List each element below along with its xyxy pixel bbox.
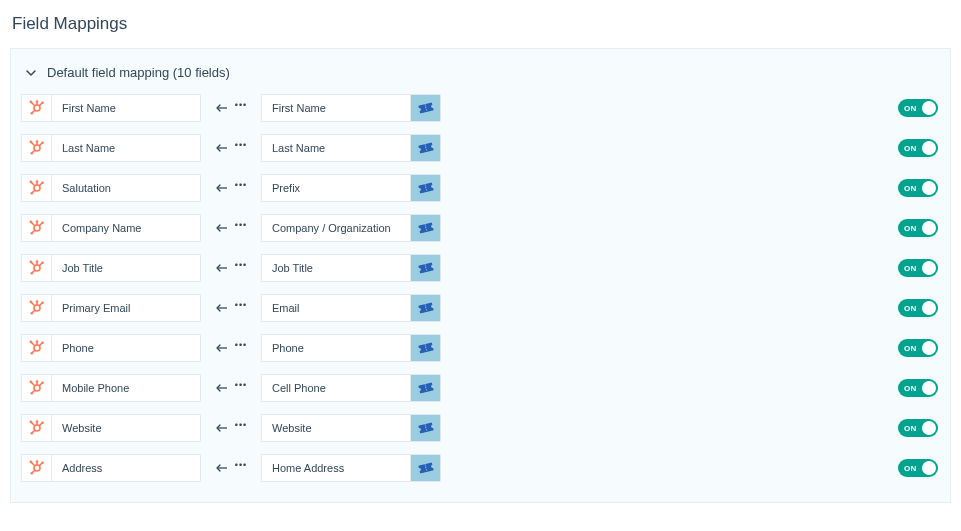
right-field-label: Job Title — [262, 262, 323, 274]
direction-arrow[interactable]: ••• — [201, 143, 261, 153]
arrow-left-icon — [215, 143, 229, 153]
right-field-label: Cell Phone — [262, 382, 336, 394]
direction-arrow[interactable]: ••• — [201, 223, 261, 233]
ticket-icon — [410, 95, 440, 121]
right-field-label: Last Name — [262, 142, 335, 154]
right-field-box[interactable]: Email — [261, 294, 441, 322]
left-field-label: Last Name — [52, 142, 125, 154]
chevron-down-icon — [25, 67, 37, 79]
right-field-box[interactable]: Company / Organization — [261, 214, 441, 242]
toggle-label: ON — [904, 264, 917, 273]
mapping-row: Mobile Phone•••Cell PhoneON — [21, 374, 940, 402]
enable-toggle[interactable]: ON — [898, 99, 938, 117]
arrow-dots-icon: ••• — [235, 340, 247, 350]
left-field-box[interactable]: Primary Email — [21, 294, 201, 322]
toggle-label: ON — [904, 424, 917, 433]
page-title: Field Mappings — [10, 10, 951, 48]
arrow-dots-icon: ••• — [235, 300, 247, 310]
arrow-left-icon — [215, 183, 229, 193]
toggle-cell: ON — [880, 259, 940, 277]
right-field-label: Home Address — [262, 462, 354, 474]
toggle-label: ON — [904, 344, 917, 353]
right-field-box[interactable]: Last Name — [261, 134, 441, 162]
enable-toggle[interactable]: ON — [898, 139, 938, 157]
left-field-box[interactable]: Mobile Phone — [21, 374, 201, 402]
enable-toggle[interactable]: ON — [898, 419, 938, 437]
ticket-icon — [410, 135, 440, 161]
mapping-row: Company Name•••Company / OrganizationON — [21, 214, 940, 242]
toggle-knob — [922, 261, 936, 275]
right-field-box[interactable]: Phone — [261, 334, 441, 362]
toggle-cell: ON — [880, 179, 940, 197]
toggle-label: ON — [904, 224, 917, 233]
right-field-box[interactable]: Home Address — [261, 454, 441, 482]
enable-toggle[interactable]: ON — [898, 259, 938, 277]
toggle-cell: ON — [880, 459, 940, 477]
direction-arrow[interactable]: ••• — [201, 263, 261, 273]
arrow-left-icon — [215, 463, 229, 473]
left-field-label: Website — [52, 422, 112, 434]
section-toggle[interactable]: Default field mapping (10 fields) — [21, 59, 940, 94]
right-field-box[interactable]: Cell Phone — [261, 374, 441, 402]
direction-arrow[interactable]: ••• — [201, 343, 261, 353]
enable-toggle[interactable]: ON — [898, 219, 938, 237]
direction-arrow[interactable]: ••• — [201, 383, 261, 393]
enable-toggle[interactable]: ON — [898, 339, 938, 357]
arrow-dots-icon: ••• — [235, 180, 247, 190]
hubspot-icon — [22, 135, 52, 161]
enable-toggle[interactable]: ON — [898, 379, 938, 397]
left-field-box[interactable]: Salutation — [21, 174, 201, 202]
right-field-box[interactable]: Website — [261, 414, 441, 442]
hubspot-icon — [22, 215, 52, 241]
mapping-row: Salutation•••PrefixON — [21, 174, 940, 202]
direction-arrow[interactable]: ••• — [201, 463, 261, 473]
hubspot-icon — [22, 335, 52, 361]
arrow-dots-icon: ••• — [235, 460, 247, 470]
arrow-left-icon — [215, 423, 229, 433]
left-field-box[interactable]: Phone — [21, 334, 201, 362]
toggle-cell: ON — [880, 339, 940, 357]
toggle-label: ON — [904, 304, 917, 313]
toggle-cell: ON — [880, 419, 940, 437]
right-field-box[interactable]: Job Title — [261, 254, 441, 282]
right-field-box[interactable]: Prefix — [261, 174, 441, 202]
left-field-box[interactable]: Last Name — [21, 134, 201, 162]
left-field-label: Job Title — [52, 262, 113, 274]
ticket-icon — [410, 255, 440, 281]
left-field-box[interactable]: Address — [21, 454, 201, 482]
left-field-label: Salutation — [52, 182, 121, 194]
direction-arrow[interactable]: ••• — [201, 183, 261, 193]
enable-toggle[interactable]: ON — [898, 179, 938, 197]
mapping-row: Website•••WebsiteON — [21, 414, 940, 442]
toggle-knob — [922, 221, 936, 235]
arrow-dots-icon: ••• — [235, 100, 247, 110]
ticket-icon — [410, 295, 440, 321]
left-field-box[interactable]: First Name — [21, 94, 201, 122]
ticket-icon — [410, 175, 440, 201]
arrow-dots-icon: ••• — [235, 220, 247, 230]
enable-toggle[interactable]: ON — [898, 459, 938, 477]
direction-arrow[interactable]: ••• — [201, 423, 261, 433]
left-field-box[interactable]: Company Name — [21, 214, 201, 242]
ticket-icon — [410, 215, 440, 241]
right-field-box[interactable]: First Name — [261, 94, 441, 122]
left-field-label: Primary Email — [52, 302, 140, 314]
mapping-row: First Name•••First NameON — [21, 94, 940, 122]
ticket-icon — [410, 335, 440, 361]
mapping-panel: Default field mapping (10 fields) First … — [10, 48, 951, 503]
direction-arrow[interactable]: ••• — [201, 103, 261, 113]
toggle-knob — [922, 301, 936, 315]
right-field-label: First Name — [262, 102, 336, 114]
hubspot-icon — [22, 175, 52, 201]
right-field-label: Website — [262, 422, 322, 434]
hubspot-icon — [22, 415, 52, 441]
arrow-left-icon — [215, 343, 229, 353]
left-field-box[interactable]: Job Title — [21, 254, 201, 282]
enable-toggle[interactable]: ON — [898, 299, 938, 317]
direction-arrow[interactable]: ••• — [201, 303, 261, 313]
toggle-knob — [922, 341, 936, 355]
left-field-box[interactable]: Website — [21, 414, 201, 442]
right-field-label: Email — [262, 302, 310, 314]
toggle-knob — [922, 381, 936, 395]
ticket-icon — [410, 415, 440, 441]
